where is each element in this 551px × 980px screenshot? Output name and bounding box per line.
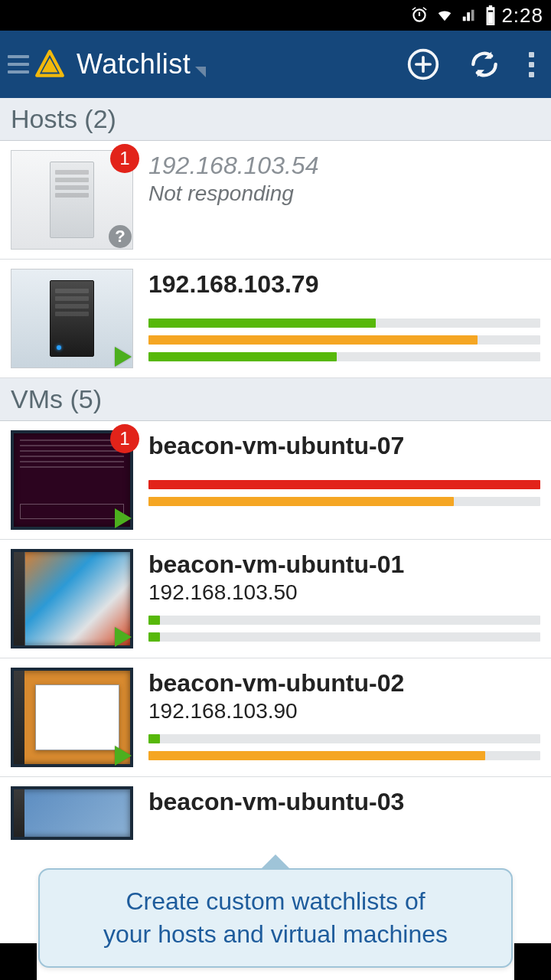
dropdown-triangle-icon — [195, 67, 206, 77]
battery-icon — [484, 5, 497, 25]
host-thumbnail — [11, 269, 133, 368]
onboarding-tooltip[interactable]: Create custom watchlists of your hosts a… — [38, 868, 513, 968]
host-thumbnail: 1 ? — [11, 150, 133, 250]
host-item[interactable]: 192.168.103.79 — [0, 260, 551, 378]
alert-badge: 1 — [110, 424, 139, 453]
running-status-icon — [115, 347, 132, 367]
host-status-text: Not responding — [148, 181, 540, 206]
status-time: 2:28 — [501, 4, 543, 28]
running-status-icon — [115, 746, 132, 766]
vm-name: beacon-vm-ubuntu-07 — [148, 432, 540, 460]
resource-bars — [148, 480, 540, 506]
resource-bars — [148, 734, 540, 760]
refresh-button[interactable] — [468, 47, 501, 81]
overflow-menu-button[interactable] — [529, 52, 534, 77]
tooltip-text-line1: Create custom watchlists of — [126, 887, 425, 915]
vm-address: 192.168.103.90 — [148, 699, 540, 724]
section-header-hosts: Hosts (2) — [0, 98, 551, 141]
vm-thumbnail — [11, 786, 133, 840]
unknown-status-icon: ? — [109, 225, 132, 248]
nav-drawer-button[interactable] — [5, 45, 69, 83]
android-status-bar: 2:28 — [0, 0, 551, 31]
wifi-icon — [434, 7, 455, 24]
vm-item[interactable]: beacon-vm-ubuntu-02 192.168.103.90 — [0, 658, 551, 777]
vm-name: beacon-vm-ubuntu-03 — [148, 788, 540, 816]
host-item[interactable]: 1 ? 192.168.103.54 Not responding — [0, 141, 551, 260]
resource-bars — [148, 616, 540, 642]
tooltip-arrow-icon — [262, 856, 289, 870]
vm-item[interactable]: 1 beacon-vm-ubuntu-07 — [0, 421, 551, 540]
signal-icon — [460, 7, 480, 24]
vm-name: beacon-vm-ubuntu-02 — [148, 669, 540, 697]
tooltip-text-line2: your hosts and virtual machines — [103, 920, 448, 948]
vm-address: 192.168.103.50 — [148, 580, 540, 605]
host-address: 192.168.103.54 — [148, 152, 540, 180]
hosts-list: 1 ? 192.168.103.54 Not responding 192.16… — [0, 141, 551, 378]
vm-thumbnail: 1 — [11, 430, 133, 530]
alert-badge: 1 — [110, 144, 139, 173]
host-address: 192.168.103.79 — [148, 270, 540, 299]
alarm-icon — [409, 5, 429, 25]
resource-bars — [148, 318, 540, 361]
title-dropdown[interactable]: Watchlist — [77, 48, 406, 80]
app-bar-title: Watchlist — [77, 48, 191, 80]
app-bar: Watchlist — [0, 31, 551, 98]
section-header-vms: VMs (5) — [0, 378, 551, 421]
vm-name: beacon-vm-ubuntu-01 — [148, 550, 540, 579]
running-status-icon — [115, 508, 132, 528]
vm-thumbnail — [11, 668, 133, 767]
vm-item[interactable]: beacon-vm-ubuntu-01 192.168.103.50 — [0, 540, 551, 658]
vms-list: 1 beacon-vm-ubuntu-07 beacon-vm-ubuntu-0… — [0, 421, 551, 849]
vm-thumbnail — [11, 549, 133, 648]
running-status-icon — [115, 627, 132, 647]
add-button[interactable] — [406, 47, 440, 81]
app-logo-icon — [34, 48, 66, 80]
hamburger-icon — [8, 55, 29, 74]
vm-item[interactable]: beacon-vm-ubuntu-03 — [0, 777, 551, 849]
